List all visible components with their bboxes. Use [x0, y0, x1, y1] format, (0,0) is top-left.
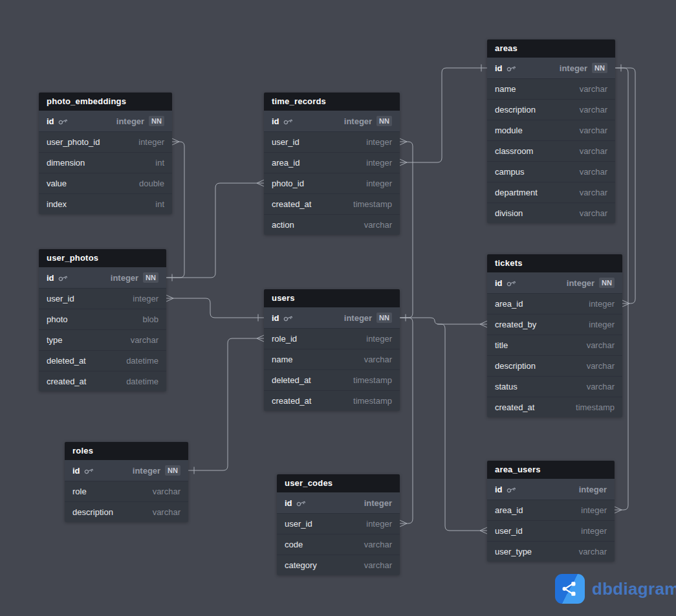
field-row-areas-module[interactable]: modulevarchar — [487, 120, 615, 140]
field-row-users-created_at[interactable]: created_attimestamp — [264, 390, 400, 411]
table-tickets[interactable]: ticketsidintegerNNarea_idintegercreated_… — [487, 254, 622, 417]
field-row-roles-id[interactable]: idintegerNN — [65, 460, 188, 481]
field-type: varchar — [587, 361, 615, 371]
table-time_records[interactable]: time_recordsidintegerNNuser_idintegerare… — [264, 93, 400, 235]
table-user_photos[interactable]: user_photosidintegerNNuser_idintegerphot… — [39, 249, 166, 391]
field-row-area_users-id[interactable]: idinteger — [487, 479, 615, 500]
field-row-time_records-photo_id[interactable]: photo_idinteger — [264, 173, 400, 193]
field-row-tickets-created_at[interactable]: created_attimestamp — [487, 397, 622, 417]
field-row-time_records-action[interactable]: actionvarchar — [264, 214, 400, 235]
field-name: created_at — [272, 396, 311, 406]
field-row-photo_embeddings-value[interactable]: valuedouble — [39, 173, 172, 193]
field-name: action — [272, 220, 294, 230]
field-name: value — [47, 179, 67, 188]
field-row-time_records-area_id[interactable]: area_idinteger — [264, 152, 400, 173]
field-row-tickets-created_by[interactable]: created_byinteger — [487, 314, 622, 335]
field-type: integer — [366, 519, 392, 529]
table-photo_embeddings[interactable]: photo_embeddingsidintegerNNuser_photo_id… — [39, 93, 172, 214]
primary-key-icon — [57, 272, 69, 283]
diagram-canvas[interactable]: dbdiagram.io photo_embeddingsidintegerNN… — [0, 0, 676, 616]
relationship-users-role_id-to-roles-id[interactable] — [188, 338, 264, 470]
not-null-badge: NN — [599, 278, 615, 288]
table-title-area_users[interactable]: area_users — [487, 461, 615, 479]
field-row-photo_embeddings-index[interactable]: indexint — [39, 193, 172, 214]
field-row-time_records-created_at[interactable]: created_attimestamp — [264, 193, 400, 214]
table-title-tickets[interactable]: tickets — [487, 254, 622, 272]
field-row-tickets-id[interactable]: idintegerNN — [487, 272, 622, 293]
field-row-user_photos-created_at[interactable]: created_atdatetime — [39, 371, 166, 391]
table-title-user_photos[interactable]: user_photos — [39, 249, 166, 267]
table-area_users[interactable]: area_usersidintegerarea_idintegeruser_id… — [487, 461, 615, 562]
field-row-user_codes-id[interactable]: idinteger — [277, 492, 400, 513]
relationship-time_records-photo_id-to-user_photos-id[interactable] — [166, 183, 264, 278]
field-type: datetime — [126, 377, 158, 386]
table-user_codes[interactable]: user_codesidintegeruser_idintegercodevar… — [277, 474, 400, 575]
relationship-area_users-user_id-to-users-id[interactable] — [437, 324, 487, 531]
field-row-tickets-description[interactable]: descriptionvarchar — [487, 355, 622, 376]
field-name: category — [285, 560, 317, 570]
field-row-area_users-user_id[interactable]: user_idinteger — [487, 520, 615, 541]
table-title-user_codes[interactable]: user_codes — [277, 474, 400, 492]
field-row-user_codes-category[interactable]: categoryvarchar — [277, 555, 400, 575]
field-row-photo_embeddings-dimension[interactable]: dimensionint — [39, 152, 172, 173]
relationship-user_codes-user_id-to-users-id[interactable] — [400, 318, 413, 523]
field-row-tickets-area_id[interactable]: area_idinteger — [487, 293, 622, 314]
field-type: integer — [116, 116, 144, 126]
field-row-users-name[interactable]: namevarchar — [264, 349, 400, 369]
field-row-user_codes-user_id[interactable]: user_idinteger — [277, 513, 400, 534]
field-row-photo_embeddings-id[interactable]: idintegerNN — [39, 111, 172, 131]
field-row-time_records-id[interactable]: idintegerNN — [264, 111, 400, 131]
relationship-time_records-user_id-to-users-id[interactable] — [400, 142, 413, 318]
field-row-areas-name[interactable]: namevarchar — [487, 78, 615, 99]
field-row-tickets-title[interactable]: titlevarchar — [487, 335, 622, 355]
table-title-areas[interactable]: areas — [487, 39, 615, 58]
not-null-badge: NN — [376, 116, 392, 126]
field-row-users-deleted_at[interactable]: deleted_attimestamp — [264, 369, 400, 390]
field-type: blob — [142, 314, 158, 324]
field-row-areas-department[interactable]: departmentvarchar — [487, 182, 615, 203]
field-name: id — [495, 278, 503, 288]
table-title-roles[interactable]: roles — [65, 442, 188, 460]
field-row-areas-description[interactable]: descriptionvarchar — [487, 99, 615, 120]
field-row-areas-id[interactable]: idintegerNN — [487, 58, 615, 78]
field-row-user_photos-type[interactable]: typevarchar — [39, 329, 166, 350]
field-row-areas-division[interactable]: divisionvarchar — [487, 203, 615, 223]
field-row-areas-classroom[interactable]: classroomvarchar — [487, 140, 615, 161]
table-title-users[interactable]: users — [264, 289, 400, 307]
field-name: id — [272, 116, 279, 126]
field-row-roles-role[interactable]: rolevarchar — [65, 481, 188, 501]
relationship-user_photos-user_id-to-users-id[interactable] — [166, 298, 264, 318]
dbdiagram-logo[interactable]: dbdiagram.io — [555, 574, 676, 604]
field-row-users-id[interactable]: idintegerNN — [264, 307, 400, 328]
field-row-photo_embeddings-user_photo_id[interactable]: user_photo_idinteger — [39, 131, 172, 152]
field-row-tickets-status[interactable]: statusvarchar — [487, 376, 622, 397]
field-row-user_photos-user_id[interactable]: user_idinteger — [39, 288, 166, 309]
field-name: module — [495, 126, 523, 135]
field-row-users-role_id[interactable]: role_idinteger — [264, 328, 400, 349]
field-row-areas-campus[interactable]: campusvarchar — [487, 161, 615, 182]
field-row-user_photos-deleted_at[interactable]: deleted_atdatetime — [39, 350, 166, 371]
dbdiagram-share-icon — [555, 574, 585, 604]
field-row-area_users-area_id[interactable]: area_idinteger — [487, 500, 615, 520]
not-null-badge: NN — [165, 465, 180, 476]
field-type: datetime — [126, 356, 158, 366]
table-title-photo_embeddings[interactable]: photo_embeddings — [39, 93, 172, 111]
field-type: varchar — [580, 167, 607, 177]
field-row-roles-description[interactable]: descriptionvarchar — [65, 501, 188, 522]
field-type: varchar — [153, 507, 180, 517]
table-areas[interactable]: areasidintegerNNnamevarchardescriptionva… — [487, 39, 615, 223]
field-type: varchar — [364, 220, 392, 230]
field-type: timestamp — [353, 375, 392, 385]
field-row-time_records-user_id[interactable]: user_idinteger — [264, 131, 400, 152]
not-null-badge: NN — [149, 116, 164, 126]
table-roles[interactable]: rolesidintegerNNrolevarchardescriptionva… — [65, 442, 188, 522]
field-row-user_codes-code[interactable]: codevarchar — [277, 534, 400, 555]
field-row-user_photos-photo[interactable]: photoblob — [39, 309, 166, 329]
table-title-time_records[interactable]: time_records — [264, 93, 400, 111]
field-name: id — [47, 116, 54, 126]
table-users[interactable]: usersidintegerNNrole_idintegernamevarcha… — [264, 289, 400, 411]
field-row-user_photos-id[interactable]: idintegerNN — [39, 267, 166, 288]
field-row-area_users-user_type[interactable]: user_typevarchar — [487, 541, 615, 562]
field-type: integer — [133, 466, 160, 476]
field-name: user_type — [495, 547, 532, 556]
